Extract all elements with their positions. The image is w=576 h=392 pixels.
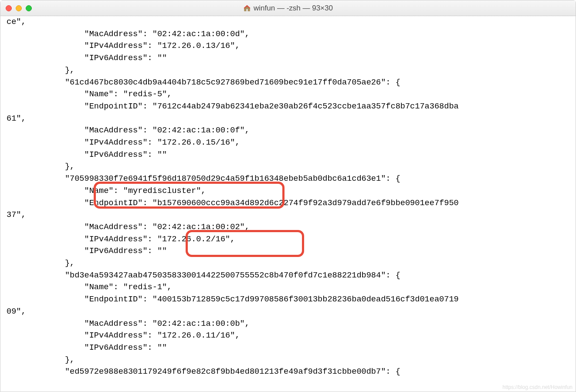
close-icon[interactable] (6, 5, 12, 11)
zoom-icon[interactable] (26, 5, 32, 11)
traffic-lights (6, 5, 32, 11)
terminal-window: winfun — -zsh — 93×30 ce", "MacAddress":… (0, 0, 576, 392)
window-title: winfun — -zsh — 93×30 (254, 4, 333, 13)
titlebar[interactable]: winfun — -zsh — 93×30 (0, 0, 576, 16)
minimize-icon[interactable] (16, 5, 22, 11)
terminal-output: ce", "MacAddress": "02:42:ac:1a:00:0d", … (0, 16, 576, 378)
terminal-content[interactable]: ce", "MacAddress": "02:42:ac:1a:00:0d", … (0, 16, 576, 392)
watermark: https://blog.csdn.net/Howinfun (502, 384, 573, 390)
home-icon (243, 4, 251, 12)
window-title-wrap: winfun — -zsh — 93×30 (0, 4, 576, 13)
